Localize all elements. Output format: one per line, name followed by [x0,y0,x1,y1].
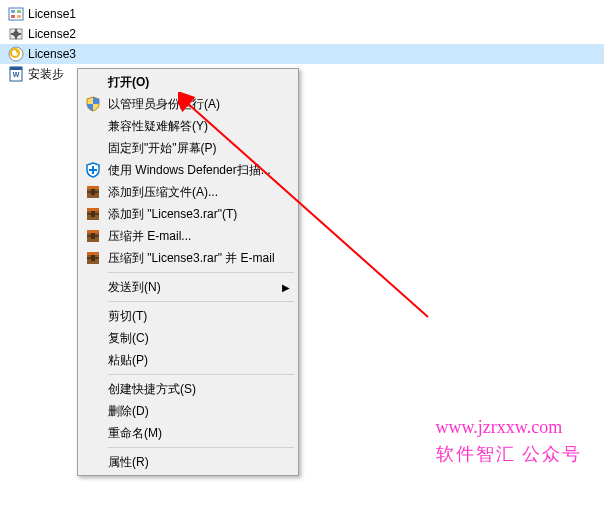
menu-pin-start[interactable]: 固定到"开始"屏幕(P) [80,137,296,159]
blank-icon [84,453,102,471]
shield-admin-icon [84,95,102,113]
menu-defender[interactable]: 使用 Windows Defender扫描... [80,159,296,181]
menu-separator [108,301,294,302]
svg-text:W: W [13,71,20,78]
defender-icon [84,161,102,179]
watermark-url: www.jzrxxw.com [436,414,583,441]
blank-icon [84,402,102,420]
file-name: License2 [28,27,76,41]
svg-rect-31 [87,252,99,255]
blank-icon [84,380,102,398]
watermark-text: 软件智汇 公众号 [436,441,583,468]
menu-send-to[interactable]: 发送到(N) ▶ [80,276,296,298]
menu-delete[interactable]: 删除(D) [80,400,296,422]
menu-separator [108,272,294,273]
svg-rect-3 [11,15,15,18]
menu-separator [108,447,294,448]
menu-paste[interactable]: 粘贴(P) [80,349,296,371]
blank-icon [84,307,102,325]
svg-rect-2 [17,10,21,13]
svg-rect-23 [87,208,99,211]
file-name: License1 [28,7,76,21]
winrar-icon [84,183,102,201]
svg-rect-9 [11,33,13,35]
bat-icon [8,46,24,62]
svg-rect-25 [91,211,95,217]
svg-rect-21 [91,189,95,195]
blank-icon [84,424,102,442]
svg-point-6 [13,31,19,37]
reg-icon [8,6,24,22]
svg-rect-0 [9,8,23,20]
menu-add-rar[interactable]: 添加到 "License3.rar"(T) [80,203,296,225]
menu-rename[interactable]: 重命名(M) [80,422,296,444]
file-item[interactable]: License2 [0,24,604,44]
winrar-icon [84,205,102,223]
menu-compress-rar-email[interactable]: 压缩到 "License3.rar" 并 E-mail [80,247,296,269]
svg-rect-27 [87,230,99,233]
setup-icon [8,26,24,42]
menu-add-archive[interactable]: 添加到压缩文件(A)... [80,181,296,203]
file-item-selected[interactable]: License3 [0,44,604,64]
blank-icon [84,73,102,91]
svg-rect-1 [11,10,15,13]
svg-rect-17 [89,169,97,171]
menu-properties[interactable]: 属性(R) [80,451,296,473]
menu-shortcut[interactable]: 创建快捷方式(S) [80,378,296,400]
blank-icon [84,139,102,157]
word-icon: W [8,66,24,82]
menu-compat[interactable]: 兼容性疑难解答(Y) [80,115,296,137]
menu-cut[interactable]: 剪切(T) [80,305,296,327]
svg-rect-4 [17,15,21,18]
blank-icon [84,117,102,135]
file-name: License3 [28,47,76,61]
winrar-icon [84,227,102,245]
menu-open[interactable]: 打开(O) [80,71,296,93]
svg-rect-19 [87,186,99,189]
blank-icon [84,351,102,369]
menu-copy[interactable]: 复制(C) [80,327,296,349]
watermark: www.jzrxxw.com 软件智汇 公众号 [436,414,583,468]
menu-separator [108,374,294,375]
svg-rect-29 [91,233,95,239]
blank-icon [84,278,102,296]
svg-rect-8 [15,37,17,39]
file-item[interactable]: License1 [0,4,604,24]
file-name: 安装步 [28,66,64,83]
svg-rect-33 [91,255,95,261]
blank-icon [84,329,102,347]
menu-run-admin[interactable]: 以管理员身份运行(A) [80,93,296,115]
svg-rect-10 [19,33,21,35]
svg-rect-7 [15,29,17,31]
context-menu: 打开(O) 以管理员身份运行(A) 兼容性疑难解答(Y) 固定到"开始"屏幕(P… [77,68,299,476]
menu-compress-email[interactable]: 压缩并 E-mail... [80,225,296,247]
svg-rect-14 [10,67,22,70]
submenu-arrow-icon: ▶ [282,282,290,293]
winrar-icon [84,249,102,267]
